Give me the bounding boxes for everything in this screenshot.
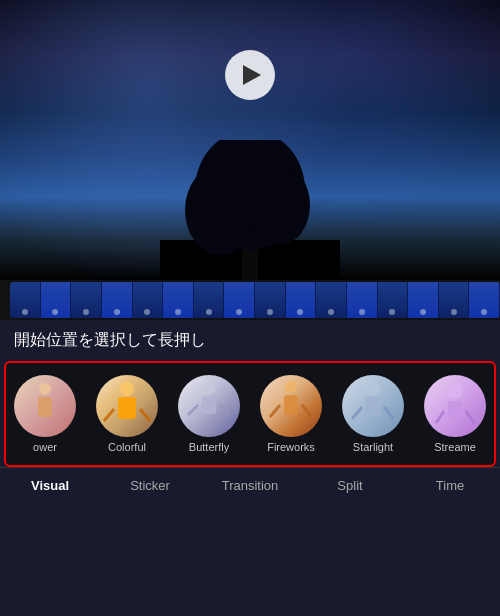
nav-label-transition: Transition (222, 478, 279, 493)
effects-scroll[interactable]: ower Colorful Butterfly Fireworks Starli… (6, 371, 494, 457)
nav-item-visual[interactable]: Visual (0, 478, 100, 493)
effect-thumb-fireworks (260, 375, 322, 437)
nav-item-time[interactable]: Time (400, 478, 500, 493)
timeline-frame (469, 282, 500, 318)
timeline-frame (224, 282, 255, 318)
svg-point-12 (203, 383, 215, 395)
timeline-frame (71, 282, 102, 318)
nav-label-sticker: Sticker (130, 478, 170, 493)
nav-label-time: Time (436, 478, 464, 493)
nav-label-split: Split (337, 478, 362, 493)
svg-line-11 (140, 409, 150, 421)
svg-rect-13 (202, 396, 216, 414)
play-button[interactable] (225, 50, 275, 100)
svg-rect-21 (365, 397, 381, 417)
effects-panel: ower Colorful Butterfly Fireworks Starli… (4, 361, 496, 467)
timeline-frame (133, 282, 164, 318)
timeline-frame (10, 282, 41, 318)
play-icon (243, 65, 261, 85)
svg-point-20 (366, 382, 380, 396)
timeline-frame (163, 282, 194, 318)
timeline-frame (102, 282, 133, 318)
timeline-frame (194, 282, 225, 318)
effect-thumb-colorful (96, 375, 158, 437)
timeline-strip[interactable] (0, 280, 500, 320)
video-preview (0, 0, 500, 280)
timeline-frame (316, 282, 347, 318)
svg-point-8 (120, 382, 134, 396)
svg-line-19 (302, 405, 312, 417)
effect-label-fireworks: Fireworks (267, 441, 315, 453)
svg-line-23 (384, 407, 394, 419)
svg-line-26 (436, 411, 444, 423)
effect-item-butterfly[interactable]: Butterfly (174, 375, 244, 453)
nav-item-transition[interactable]: Transition (200, 478, 300, 493)
timeline-frame (408, 282, 439, 318)
instruction-bar: 開始位置を選択して長押し (0, 320, 500, 361)
svg-point-16 (285, 381, 297, 393)
svg-rect-17 (284, 395, 298, 415)
timeline-frame (255, 282, 286, 318)
svg-line-27 (466, 411, 474, 423)
effect-label-streamer: Streame (434, 441, 476, 453)
effect-item-streamer[interactable]: Streame (420, 375, 490, 453)
effect-label-butterfly: Butterfly (189, 441, 229, 453)
svg-line-18 (270, 405, 280, 417)
effect-label-colorful: Colorful (108, 441, 146, 453)
timeline-frame (347, 282, 378, 318)
effect-label-flower: ower (33, 441, 57, 453)
svg-rect-7 (38, 397, 52, 417)
effect-thumb-flower (14, 375, 76, 437)
timeline-frames (10, 282, 500, 318)
svg-rect-25 (448, 401, 462, 419)
svg-line-15 (220, 405, 230, 415)
effect-thumb-starlight (342, 375, 404, 437)
effect-item-colorful[interactable]: Colorful (92, 375, 162, 453)
svg-line-22 (352, 407, 362, 419)
effect-item-starlight[interactable]: Starlight (338, 375, 408, 453)
svg-rect-9 (118, 397, 136, 419)
svg-point-6 (39, 383, 51, 395)
effect-thumb-butterfly (178, 375, 240, 437)
timeline-frame (286, 282, 317, 318)
effect-item-fireworks[interactable]: Fireworks (256, 375, 326, 453)
nav-item-split[interactable]: Split (300, 478, 400, 493)
bottom-nav: VisualStickerTransitionSplitTime (0, 467, 500, 499)
effect-label-starlight: Starlight (353, 441, 393, 453)
timeline-frame (439, 282, 470, 318)
svg-line-14 (188, 405, 198, 415)
svg-point-24 (447, 383, 463, 399)
svg-line-10 (104, 409, 114, 421)
effect-item-flower[interactable]: ower (10, 375, 80, 453)
timeline-frame (41, 282, 72, 318)
instruction-text: 開始位置を選択して長押し (14, 331, 206, 348)
nav-label-visual: Visual (31, 478, 69, 493)
effect-thumb-streamer (424, 375, 486, 437)
timeline-frame (378, 282, 409, 318)
tree-silhouette (160, 140, 340, 280)
nav-item-sticker[interactable]: Sticker (100, 478, 200, 493)
